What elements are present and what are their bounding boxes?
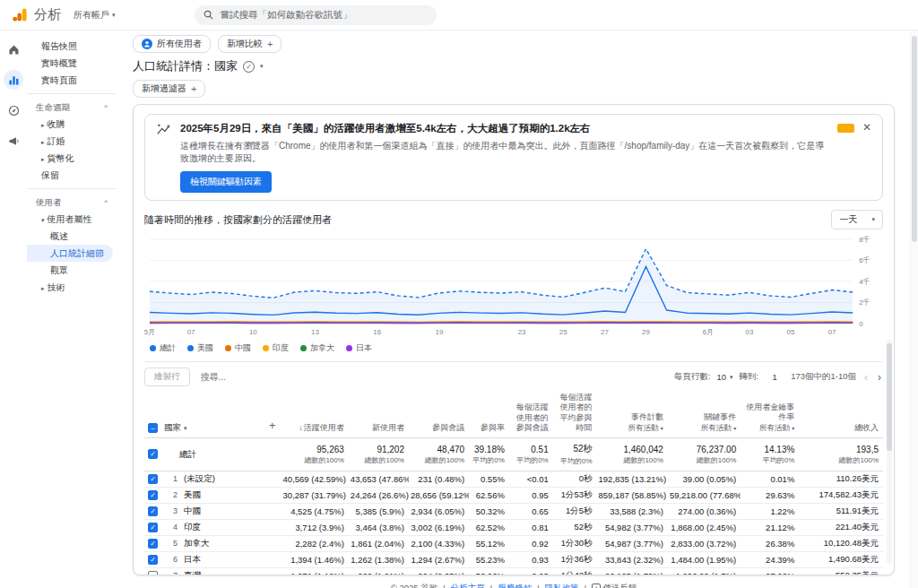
sidebar-item[interactable]: 保留	[27, 167, 117, 184]
select-all-checkbox[interactable]: –	[148, 423, 158, 433]
view-key-drivers-button[interactable]: 檢視關鍵驅動因素	[180, 171, 272, 193]
legend-item[interactable]: 加拿大	[300, 342, 334, 354]
row-checkbox[interactable]: ✓	[148, 523, 158, 532]
add-comparison-chip[interactable]: 新增比較 +	[218, 35, 281, 53]
chevron-right-icon[interactable]: ▸	[41, 122, 45, 128]
footer-link-terms[interactable]: 服務條款	[498, 583, 532, 588]
check-circle-icon[interactable]: ✓	[243, 61, 255, 73]
table-search-input[interactable]	[201, 372, 299, 382]
column-header[interactable]: 總收入	[799, 390, 883, 438]
next-page-icon[interactable]: ›	[876, 371, 883, 384]
metric-cell: 43,653 (47.86%)	[349, 471, 409, 488]
legend-item[interactable]: 美國	[187, 342, 213, 354]
chevron-right-icon[interactable]: ▸	[41, 285, 45, 291]
page-scrollbar[interactable]	[910, 30, 918, 588]
column-header[interactable]: 每個活躍使用者的參與會議	[509, 390, 553, 438]
row-checkbox[interactable]: ✓	[148, 474, 158, 484]
metric-cell: 2,833.00 (3.72%)	[668, 536, 740, 552]
home-icon[interactable]	[4, 39, 23, 59]
goto-page-input[interactable]	[765, 372, 784, 382]
sidebar-item[interactable]: ▸收購	[27, 116, 117, 133]
row-checkbox[interactable]: ✓	[148, 555, 158, 565]
add-dimension-button[interactable]: +	[269, 419, 276, 433]
metric-cell: 1,490.68美元	[799, 552, 883, 568]
legend-item[interactable]: 中國	[225, 342, 251, 354]
column-header[interactable]: 使用者金鑰事件率所有活動 ▾	[740, 390, 799, 438]
previous-page-icon[interactable]: ‹	[862, 371, 870, 384]
chart-legend: 總計 美國 中國 印度 加拿大 日本	[144, 342, 883, 354]
sidebar-divider	[27, 188, 117, 189]
account-switcher[interactable]: 所有帳戶 ▾	[74, 9, 116, 22]
row-checkbox[interactable]: ✓	[148, 490, 158, 500]
column-header[interactable]: 事件計數所有活動 ▾	[597, 390, 668, 438]
global-search[interactable]: 嘗試搜尋「如何啟動谷歌訊號」	[195, 5, 437, 25]
column-header[interactable]: ↓活躍使用者	[281, 390, 349, 438]
chevron-right-icon[interactable]: ▸	[41, 139, 45, 145]
plot-rows-button[interactable]: 繪製行	[144, 368, 190, 386]
metric-cell: 26.38%	[740, 536, 799, 552]
series-color-dot	[263, 345, 269, 351]
column-header[interactable]: 參與率	[469, 390, 509, 438]
row-checkbox[interactable]: ✓	[148, 449, 158, 459]
row-checkbox[interactable]: ✓	[148, 506, 158, 516]
chevron-down-icon[interactable]: ▾	[260, 63, 264, 70]
column-header[interactable]: 新使用者	[349, 390, 409, 438]
legend-item[interactable]: 印度	[263, 342, 289, 354]
analytics-logo-icon	[13, 7, 28, 22]
plus-icon: +	[267, 39, 273, 49]
logo-area[interactable]: 分析 所有帳戶 ▾	[13, 6, 116, 23]
legend-item[interactable]: 日本	[346, 342, 372, 354]
metric-scope[interactable]: 所有活動 ▾	[742, 423, 794, 433]
metric-scope[interactable]: 所有活動 ▾	[670, 423, 736, 433]
metric-cell: 33,843 (2.32%)	[597, 552, 668, 568]
send-feedback-link[interactable]: !傳送反饋	[592, 583, 637, 588]
close-icon[interactable]: ✕	[862, 122, 871, 133]
sidebar-item[interactable]: 人口統計細節	[27, 245, 113, 262]
sidebar-item[interactable]: 報告快照	[27, 38, 117, 55]
metric-cell: 29.63%	[740, 488, 799, 504]
legend-item[interactable]: 總計	[150, 342, 176, 354]
table-scrollbar[interactable]	[887, 340, 892, 564]
interval-select[interactable]: 一天 ▾	[831, 210, 883, 229]
series-color-dot	[346, 345, 352, 351]
advertising-icon[interactable]	[4, 131, 23, 151]
row-checkbox[interactable]	[148, 571, 158, 575]
metric-cell: 10,120.48美元	[799, 536, 883, 552]
collapse-icon[interactable]: ^	[104, 194, 108, 211]
collapse-icon[interactable]: ^	[104, 99, 108, 116]
metric-cell: 54,982 (3.77%)	[597, 520, 668, 536]
all-users-chip[interactable]: 所有使用者	[133, 35, 211, 53]
metric-scope[interactable]: 所有活動 ▾	[599, 423, 663, 433]
sidebar-item[interactable]: 實時概覽	[27, 55, 117, 72]
sidebar-item[interactable]: ▸貨幣化	[27, 150, 117, 167]
chevron-right-icon[interactable]: ▸	[41, 156, 45, 162]
line-chart: 02千4千6千8千5月0710131619232527296月030507	[144, 232, 883, 342]
column-header[interactable]: 關鍵事件所有活動 ▾	[668, 390, 740, 438]
rows-per-page-select[interactable]: 10 ▾	[716, 372, 732, 382]
footer-link-analytics-home[interactable]: 分析主頁	[451, 583, 485, 588]
sidebar-item[interactable]: ▸技術	[27, 279, 117, 296]
metric-cell: 2,100 (4.33%)	[409, 536, 469, 552]
sidebar-item[interactable]: 觀眾	[27, 262, 117, 279]
sidebar-item[interactable]: 實時頁面	[27, 72, 117, 89]
sidebar-item[interactable]: 概述	[27, 228, 117, 245]
metric-cell: 1分36秒	[553, 552, 597, 568]
metric-cell: 54,987 (3.77%)	[597, 536, 668, 552]
sidebar-item[interactable]: ▸訂婚	[27, 133, 117, 150]
metric-cell: 2,934 (6.05%)	[409, 504, 469, 520]
page-footer: © 2025 谷歌 | 分析主頁 | 服務條款 | 隱私政策 | !傳送反饋	[133, 583, 895, 588]
svg-text:05: 05	[787, 328, 795, 336]
explore-icon[interactable]	[4, 100, 23, 120]
sidebar-item-label: 人口統計細節	[50, 248, 104, 258]
metric-cell: 24,264 (26.6%)	[349, 488, 409, 504]
dimension-header[interactable]: –國家▾ +	[144, 390, 281, 438]
add-filter-chip[interactable]: 新增過濾器 +	[133, 80, 205, 98]
sidebar-item[interactable]: ▾使用者屬性	[27, 211, 117, 228]
reports-icon[interactable]	[4, 70, 23, 90]
chevron-down-icon[interactable]: ▾	[41, 217, 45, 223]
footer-link-privacy[interactable]: 隱私政策	[545, 583, 579, 588]
column-header[interactable]: 每個活躍使用者的平均參與時間	[553, 390, 597, 438]
metric-cell: 1,262 (1.38%)	[349, 552, 409, 568]
column-header[interactable]: 參與會議	[409, 390, 469, 438]
row-checkbox[interactable]: ✓	[148, 539, 158, 549]
